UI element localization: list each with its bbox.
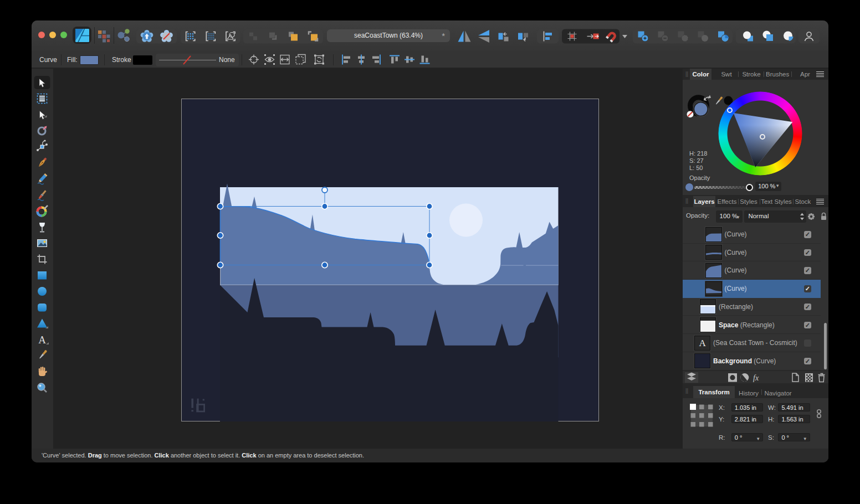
- svg-text:A: A: [38, 334, 46, 346]
- svg-text:fx: fx: [753, 374, 759, 382]
